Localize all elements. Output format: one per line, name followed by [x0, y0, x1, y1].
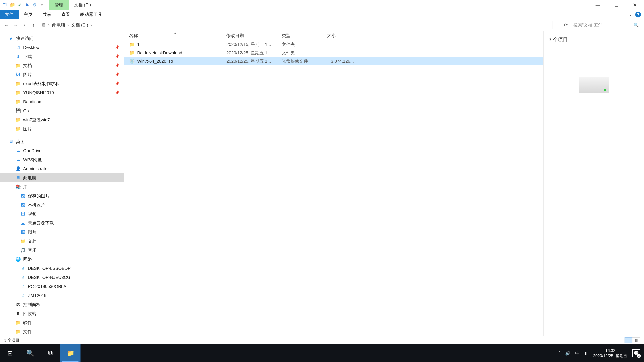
tree-pictures-2[interactable]: 📁图片	[0, 124, 124, 133]
maximize-button[interactable]: ☐	[607, 0, 626, 10]
file-row[interactable]: 💿Win7x64_2020.iso2020/12/25, 星期五 1...光盘映…	[124, 57, 544, 65]
qat-app-icon[interactable]: 🗔	[2, 2, 8, 8]
address-bar[interactable]: 🖥 › 此电脑 › 文档 (E:) ›	[39, 21, 552, 29]
column-label: 名称	[129, 33, 138, 38]
refresh-button[interactable]: ⟳	[562, 22, 569, 28]
tree-network-pc-3[interactable]: 🖥PC-20190530OBLA	[0, 282, 124, 291]
tree-label: 快速访问	[16, 35, 34, 41]
tree-desktop-root[interactable]: 🖥桌面	[0, 137, 124, 146]
breadcrumb-current[interactable]: 文档 (E:)	[71, 22, 88, 28]
breadcrumb-this-pc[interactable]: 此电脑	[52, 22, 65, 28]
tray-volume-icon[interactable]: 🔊	[565, 351, 570, 356]
status-text: 3 个项目	[4, 338, 20, 343]
tree-videos[interactable]: 🎞视频	[0, 210, 124, 219]
tray-ime-indicator[interactable]: 中	[575, 350, 580, 356]
breadcrumb-sep-icon: ›	[90, 22, 92, 28]
column-name[interactable]: 名称	[129, 33, 226, 38]
tree-local-photos[interactable]: 🖼本机照片	[0, 200, 124, 210]
qat-dropdown-icon[interactable]: ▾	[39, 2, 45, 8]
tree-documents-2[interactable]: 📁文档	[0, 237, 124, 246]
recent-locations-icon[interactable]: ▾	[21, 21, 28, 29]
help-icon[interactable]: ?	[635, 12, 641, 17]
qat-open-folder-icon[interactable]: 📁	[10, 2, 16, 8]
tree-excel-req[interactable]: 📁excel表格制作求和📌	[0, 79, 124, 88]
tree-onedrive[interactable]: ☁OneDrive	[0, 146, 124, 155]
tree-g-drive[interactable]: 💾G:\	[0, 106, 124, 115]
tree-control-panel[interactable]: 🛠控制面板	[0, 300, 124, 309]
tree-recycle-bin[interactable]: 🗑回收站	[0, 309, 124, 318]
tree-network-pc-2[interactable]: 🖥DESKTOP-NJEU3CG	[0, 273, 124, 282]
tree-label: 文档	[28, 238, 36, 244]
tree-documents[interactable]: 📁文档📌	[0, 61, 124, 70]
forward-button[interactable]: →	[12, 21, 19, 29]
tree-files[interactable]: 📁文件	[0, 327, 124, 336]
ribbon-tab-share[interactable]: 共享	[38, 10, 56, 19]
qat-close-icon[interactable]: ✖	[24, 2, 30, 8]
tree-library[interactable]: 📚库	[0, 182, 124, 191]
onedrive-icon: ☁	[16, 148, 21, 153]
start-button[interactable]: ⊞	[0, 344, 20, 362]
tree-saved-pictures[interactable]: 🖼保存的图片	[0, 191, 124, 200]
ribbon-tab-view[interactable]: 查看	[56, 10, 75, 19]
pc-icon: 🖥	[20, 293, 26, 298]
column-type[interactable]: 类型	[282, 33, 327, 38]
tray-chevron-up-icon[interactable]: ˄	[558, 351, 560, 356]
ribbon-tab-home[interactable]: 主页	[19, 10, 38, 19]
file-list[interactable]: ▴ 名称 修改日期 类型 大小 📁12020/12/15, 星期二 1...文件…	[124, 31, 544, 336]
search-button[interactable]: 🔍	[20, 344, 40, 362]
tree-administrator[interactable]: 👤Administrator	[0, 164, 124, 173]
address-history-dropdown-icon[interactable]: ⌄	[554, 23, 561, 27]
details-view-button[interactable]: ☰	[624, 337, 632, 343]
tree-this-pc[interactable]: 🖥此电脑	[0, 173, 124, 182]
tree-downloads[interactable]: ⬇下载📌	[0, 52, 124, 61]
file-row[interactable]: 📁BaiduNetdiskDownload2020/12/25, 星期五 1..…	[124, 49, 544, 57]
tree-label: Bandicam	[23, 99, 42, 104]
qat-properties-icon[interactable]: ⚙	[32, 2, 38, 8]
tree-software[interactable]: 📁软件	[0, 318, 124, 327]
up-button[interactable]: ↑	[30, 21, 37, 29]
file-pane: ▴ 名称 修改日期 类型 大小 📁12020/12/15, 星期二 1...文件…	[124, 31, 644, 336]
tray-clock[interactable]: 16:32 2020/12/25, 星期五	[593, 348, 628, 358]
tree-label: ZMT2019	[28, 293, 46, 298]
tree-quick-access[interactable]: ★快速访问	[0, 34, 124, 43]
minimize-button[interactable]: —	[589, 0, 607, 10]
tree-win7-reinstall[interactable]: 📁win7重装win7	[0, 115, 124, 124]
folder-icon: 📁	[16, 63, 21, 68]
thumbnails-view-button[interactable]: ▦	[632, 337, 640, 343]
file-size: 3,874,126...	[327, 59, 360, 64]
back-button[interactable]: ←	[3, 21, 10, 29]
tray-security-icon[interactable]: ◧	[584, 351, 588, 356]
tree-network-pc-4[interactable]: 🖥ZMT2019	[0, 291, 124, 300]
ribbon-tab-drive-tools[interactable]: 驱动器工具	[75, 10, 107, 19]
file-date: 2020/12/25, 星期五 1...	[226, 58, 282, 64]
tree-bandicam[interactable]: 📁Bandicam	[0, 97, 124, 106]
task-view-button[interactable]: ⧉	[40, 344, 60, 362]
column-date[interactable]: 修改日期	[226, 33, 282, 38]
qat-check-icon[interactable]: ✔	[17, 2, 23, 8]
column-size[interactable]: 大小	[327, 33, 360, 38]
file-row[interactable]: 📁12020/12/15, 星期二 1...文件夹	[124, 40, 544, 49]
tree-tianyi[interactable]: ☁天翼云盘下载	[0, 219, 124, 228]
ribbon-collapse-icon[interactable]: ⌄	[629, 12, 632, 17]
tree-music[interactable]: 🎵音乐	[0, 246, 124, 255]
ribbon-tab-file[interactable]: 文件	[0, 10, 19, 19]
close-button[interactable]: ✕	[626, 0, 644, 10]
drive-preview-icon	[579, 77, 609, 93]
tree-yunqishi[interactable]: 📁YUNQISHI2019📌	[0, 88, 124, 97]
tree-wps[interactable]: ☁WPS网盘	[0, 155, 124, 164]
contextual-tab-manage[interactable]: 管理	[49, 0, 68, 10]
nav-tree[interactable]: ★快速访问 🖥Desktop📌 ⬇下载📌 📁文档📌 🖼图片📌 📁excel表格制…	[0, 31, 124, 336]
tree-pictures[interactable]: 🖼图片📌	[0, 70, 124, 79]
tree-desktop[interactable]: 🖥Desktop📌	[0, 43, 124, 52]
tree-network[interactable]: 🌐网络	[0, 255, 124, 264]
search-input[interactable]: 搜索"文档 (E:)" 🔍	[571, 21, 641, 29]
column-headers[interactable]: ▴ 名称 修改日期 类型 大小	[124, 31, 544, 40]
tree-network-pc-1[interactable]: 🖥DESKTOP-LSSOEDP	[0, 264, 124, 273]
tree-label: 视频	[28, 211, 36, 217]
tree-pictures-3[interactable]: 🖼图片	[0, 228, 124, 237]
preview-pane: 3 个项目	[544, 31, 644, 336]
taskbar-explorer-button[interactable]: 📁	[60, 344, 80, 362]
action-center-button[interactable]: 💬 3	[632, 349, 640, 357]
tree-label: 下载	[23, 54, 32, 59]
title-tabs: 管理 文档 (E:)	[49, 0, 96, 10]
